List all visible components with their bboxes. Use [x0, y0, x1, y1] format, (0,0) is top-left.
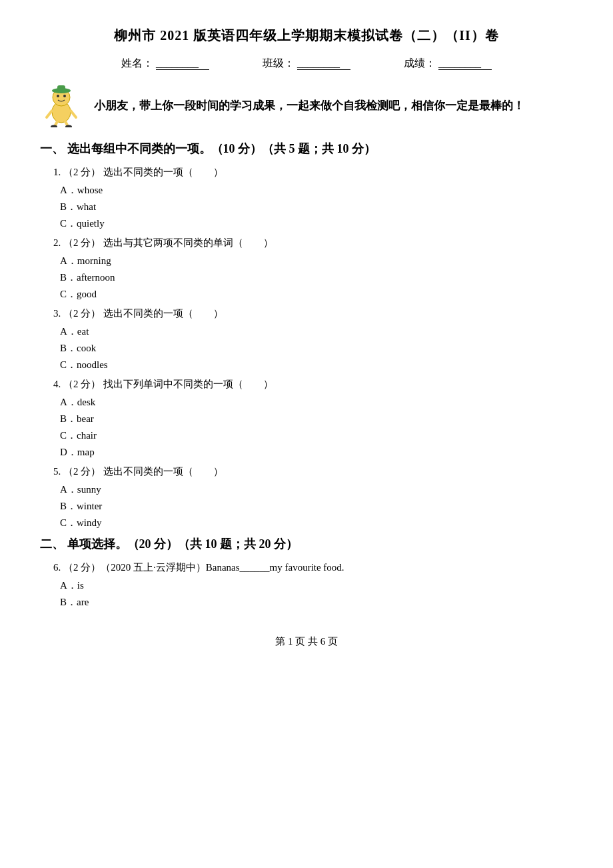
section2-title: 二、 单项选择。（20 分）（共 10 题；共 20 分）	[40, 536, 573, 552]
q6-option-a: A．is	[53, 579, 573, 592]
q1-option-c: C．quietly	[53, 217, 573, 230]
q3-text: （2 分） 选出不同类的一项（ ）	[63, 308, 223, 319]
mascot-section: 小朋友，带上你一段时间的学习成果，一起来做个自我检测吧，相信你一定是最棒的！	[40, 84, 573, 127]
q2-option-a: A．morning	[53, 255, 573, 267]
q4-option-b: B．bear	[53, 413, 573, 425]
q6-number: 6.	[53, 562, 61, 573]
score-blank: ________	[438, 57, 492, 70]
q5-option-c: C．windy	[53, 517, 573, 529]
q2-text: （2 分） 选出与其它两项不同类的单词（ ）	[63, 237, 273, 248]
mascot-text: 小朋友，带上你一段时间的学习成果，一起来做个自我检测吧，相信你一定是最棒的！	[94, 98, 524, 113]
svg-rect-5	[57, 85, 65, 91]
q6-header: 6. （2 分）（2020 五上·云浮期中）Bananas______my fa…	[53, 561, 573, 574]
q3-option-a: A．eat	[53, 325, 573, 338]
q3-header: 3. （2 分） 选出不同类的一项（ ）	[53, 307, 573, 320]
question-6: 6. （2 分）（2020 五上·云浮期中）Bananas______my fa…	[40, 561, 573, 609]
question-1: 1. （2 分） 选出不同类的一项（ ） A．whose B．what C．qu…	[40, 166, 573, 230]
svg-point-2	[57, 95, 59, 97]
q3-number: 3.	[53, 308, 61, 319]
q3-option-b: B．cook	[53, 342, 573, 355]
class-field: 班级： ________	[263, 57, 350, 71]
q3-option-c: C．noodles	[53, 359, 573, 371]
q5-header: 5. （2 分） 选出不同类的一项（ ）	[53, 465, 573, 478]
score-field: 成绩： ________	[404, 57, 492, 71]
name-blank: ________	[156, 57, 209, 70]
question-2: 2. （2 分） 选出与其它两项不同类的单词（ ） A．morning B．af…	[40, 237, 573, 301]
svg-line-7	[71, 111, 76, 117]
q1-number: 1.	[53, 167, 61, 177]
q5-text: （2 分） 选出不同类的一项（ ）	[63, 466, 223, 477]
q5-option-b: B．winter	[53, 500, 573, 513]
q4-text: （2 分） 找出下列单词中不同类的一项（ ）	[63, 379, 273, 389]
q6-text: （2 分）（2020 五上·云浮期中）Bananas______my favou…	[63, 562, 344, 573]
question-3: 3. （2 分） 选出不同类的一项（ ） A．eat B．cook C．nood…	[40, 307, 573, 371]
name-field: 姓名： ________	[121, 57, 209, 71]
score-label: 成绩：	[404, 57, 436, 71]
q4-option-d: D．map	[53, 446, 573, 459]
q1-option-a: A．whose	[53, 184, 573, 197]
q4-number: 4.	[53, 379, 61, 389]
class-label: 班级：	[263, 57, 295, 71]
name-label: 姓名：	[121, 57, 153, 71]
page-title: 柳州市 2021 版英语四年级上学期期末模拟试卷（二）（II）卷	[40, 27, 573, 45]
q5-number: 5.	[53, 466, 61, 477]
class-blank: ________	[297, 57, 350, 70]
q6-option-b: B．are	[53, 596, 573, 609]
q1-option-b: B．what	[53, 201, 573, 213]
svg-point-3	[63, 95, 66, 97]
mascot-icon	[40, 84, 83, 127]
q2-option-b: B．afternoon	[53, 271, 573, 284]
q2-header: 2. （2 分） 选出与其它两项不同类的单词（ ）	[53, 237, 573, 249]
q2-option-c: C．good	[53, 288, 573, 301]
section1-title: 一、 选出每组中不同类的一项。（10 分）（共 5 题；共 10 分）	[40, 141, 573, 157]
page-footer: 第 1 页 共 6 页	[40, 635, 573, 648]
question-4: 4. （2 分） 找出下列单词中不同类的一项（ ） A．desk B．bear …	[40, 378, 573, 459]
svg-line-6	[47, 111, 52, 117]
q2-number: 2.	[53, 237, 61, 248]
q1-text: （2 分） 选出不同类的一项（ ）	[63, 167, 223, 177]
q4-option-a: A．desk	[53, 396, 573, 409]
q4-header: 4. （2 分） 找出下列单词中不同类的一项（ ）	[53, 378, 573, 391]
q5-option-a: A．sunny	[53, 483, 573, 496]
q1-header: 1. （2 分） 选出不同类的一项（ ）	[53, 166, 573, 179]
question-5: 5. （2 分） 选出不同类的一项（ ） A．sunny B．winter C．…	[40, 465, 573, 529]
info-row: 姓名： ________ 班级： ________ 成绩： ________	[40, 57, 573, 71]
q4-option-c: C．chair	[53, 429, 573, 442]
